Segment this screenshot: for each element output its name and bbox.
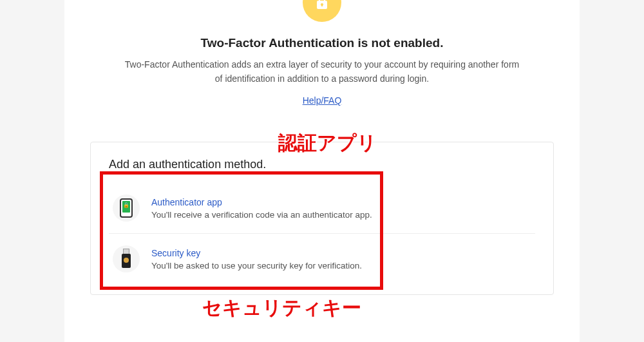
lock-icon (303, 0, 341, 22)
header-icon-wrap (64, 0, 580, 22)
method-title: Authenticator app (151, 197, 531, 207)
method-description: You'll be asked to use your security key… (151, 261, 531, 271)
page-description: Two-Factor Authentication adds an extra … (122, 58, 522, 86)
method-description: You'll receive a verification code via a… (151, 210, 531, 220)
method-title: Security key (151, 248, 531, 258)
method-authenticator-app[interactable]: Authenticator app You'll receive a verif… (109, 183, 535, 233)
settings-page: Two-Factor Authentication is not enabled… (64, 0, 580, 342)
usb-key-icon (113, 245, 140, 272)
page-title: Two-Factor Authentication is not enabled… (64, 36, 580, 50)
method-security-key[interactable]: Security key You'll be asked to use your… (109, 233, 535, 284)
phone-authenticator-icon (113, 195, 140, 222)
help-faq-link[interactable]: Help/FAQ (303, 95, 342, 106)
auth-methods-card: Add an authentication method. Authentica… (90, 142, 554, 295)
card-title: Add an authentication method. (109, 158, 535, 171)
